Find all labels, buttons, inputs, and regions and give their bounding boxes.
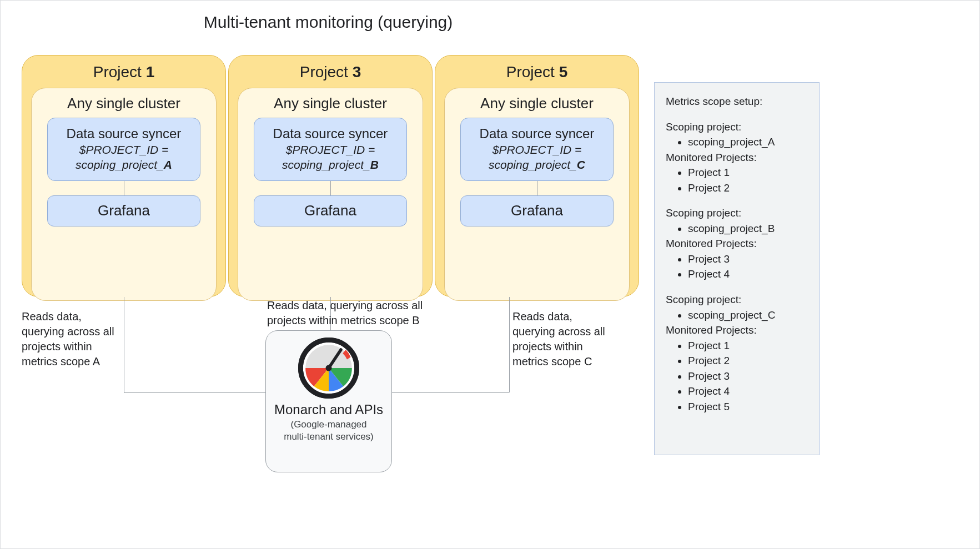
monitored-project: Project 4 (688, 266, 810, 282)
cluster-box-5: Any single cluster Data source syncer $P… (444, 88, 630, 301)
scope-block-c: Scoping project: scoping_project_C Monit… (666, 292, 810, 414)
diagram-title: Multi-tenant monitoring (querying) (1, 13, 656, 32)
syncer-top: Data source syncer (259, 125, 402, 142)
project-label-pre: Project (506, 63, 559, 80)
data-source-syncer-3: Data source syncer $PROJECT_ID = scoping… (254, 118, 407, 181)
monitored-project: Project 4 (688, 384, 810, 399)
monarch-title: Monarch and APIs (266, 402, 391, 417)
connector-line (124, 181, 124, 195)
project-title-5: Project 5 (435, 63, 639, 88)
syncer-top: Data source syncer (52, 125, 195, 142)
connector-line (330, 181, 331, 195)
cluster-box-3: Any single cluster Data source syncer $P… (238, 88, 423, 301)
syncer-scope: scoping_project_C (465, 157, 609, 172)
connector-line (509, 297, 510, 392)
project-label-pre: Project (300, 63, 353, 80)
cluster-box-1: Any single cluster Data source syncer $P… (31, 88, 217, 301)
annotation-scope-c: Reads data, querying across all projects… (512, 309, 607, 369)
scope-block-a: Scoping project: scoping_project_A Monit… (666, 119, 810, 196)
cluster-title: Any single cluster (32, 95, 216, 118)
svg-point-2 (326, 365, 332, 371)
scoping-label: Scoping project: (666, 205, 810, 221)
connector-line (392, 392, 509, 393)
grafana-box-1: Grafana (47, 195, 200, 226)
syncer-scope: scoping_project_A (52, 157, 195, 172)
project-label-num: 5 (559, 63, 568, 80)
scoping-label: Scoping project: (666, 292, 810, 308)
monitored-project: Project 3 (688, 369, 810, 384)
monitored-project: Project 1 (688, 338, 810, 354)
connector-line (124, 297, 124, 392)
syncer-var: $PROJECT_ID = (259, 142, 402, 157)
monitored-project: Project 2 (688, 353, 810, 369)
cluster-title: Any single cluster (238, 95, 423, 118)
project-label-num: 1 (146, 63, 155, 80)
monitored-label: Monitored Projects: (666, 323, 810, 338)
syncer-var: $PROJECT_ID = (52, 142, 195, 157)
annotation-scope-a: Reads data, querying across all projects… (22, 309, 116, 369)
project-box-5: Project 5 Any single cluster Data source… (435, 55, 639, 297)
project-label-pre: Project (93, 63, 146, 80)
scoping-value: scoping_project_A (688, 134, 810, 150)
project-box-1: Project 1 Any single cluster Data source… (22, 55, 226, 297)
connector-line (537, 181, 537, 195)
project-title-1: Project 1 (22, 63, 225, 88)
syncer-scope: scoping_project_B (259, 157, 402, 172)
grafana-box-5: Grafana (460, 195, 614, 226)
monitored-project: Project 1 (688, 165, 810, 180)
grafana-box-3: Grafana (254, 195, 407, 226)
monitored-label: Monitored Projects: (666, 236, 810, 251)
data-source-syncer-1: Data source syncer $PROJECT_ID = scoping… (47, 118, 200, 181)
syncer-top: Data source syncer (465, 125, 609, 142)
scoping-value: scoping_project_B (688, 221, 810, 236)
monitored-project: Project 3 (688, 251, 810, 267)
scope-block-b: Scoping project: scoping_project_B Monit… (666, 205, 810, 282)
project-title-3: Project 3 (229, 63, 432, 88)
monarch-box: Monarch and APIs (Google-managed multi-t… (265, 330, 392, 472)
project-box-3: Project 3 Any single cluster Data source… (228, 55, 433, 297)
scoping-value: scoping_project_C (688, 308, 810, 323)
scoping-label: Scoping project: (666, 119, 810, 135)
diagram-canvas: Multi-tenant monitoring (querying) Proje… (0, 0, 980, 549)
metrics-scope-panel: Metrics scope setup: Scoping project: sc… (654, 82, 820, 455)
project-label-num: 3 (353, 63, 361, 80)
connector-line (124, 392, 265, 393)
cluster-title: Any single cluster (445, 95, 629, 118)
side-header: Metrics scope setup: (666, 94, 810, 109)
monitored-project: Project 5 (688, 399, 810, 415)
annotation-scope-b: Reads data, querying across all projects… (267, 298, 439, 328)
monarch-subtitle: (Google-managed multi-tenant services) (266, 419, 391, 443)
monitoring-gauge-icon (266, 338, 391, 399)
monitored-project: Project 2 (688, 180, 810, 196)
syncer-var: $PROJECT_ID = (465, 142, 609, 157)
data-source-syncer-5: Data source syncer $PROJECT_ID = scoping… (460, 118, 614, 181)
monitored-label: Monitored Projects: (666, 150, 810, 165)
